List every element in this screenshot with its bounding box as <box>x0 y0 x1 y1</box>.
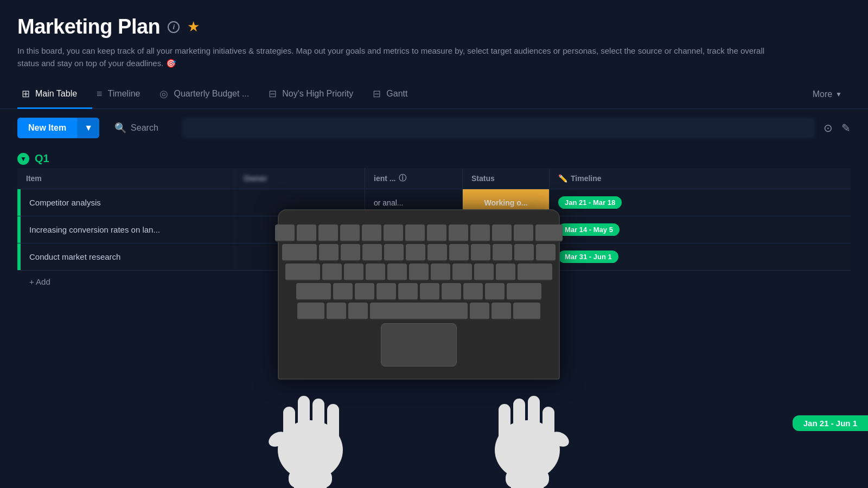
info-icon[interactable]: i <box>168 21 180 33</box>
header: Marketing Plan i ★ In this board, you ca… <box>0 0 868 69</box>
key <box>285 264 320 281</box>
key <box>452 264 472 281</box>
key <box>340 224 360 242</box>
key <box>384 244 404 261</box>
group-toggle[interactable]: ▼ <box>17 153 29 165</box>
key <box>297 224 316 242</box>
row-name: Increasing conversion rates on lan... <box>21 216 234 243</box>
tab-main-table[interactable]: ⊞ Main Table <box>17 80 92 109</box>
key <box>474 264 494 281</box>
svg-rect-15 <box>511 483 544 488</box>
key <box>362 224 381 242</box>
key <box>362 244 382 261</box>
key <box>366 264 385 281</box>
svg-rect-11 <box>513 399 525 455</box>
svg-rect-9 <box>542 407 554 455</box>
key <box>470 303 489 320</box>
key <box>492 303 511 320</box>
tab-more[interactable]: More ▼ <box>804 82 851 107</box>
key <box>518 264 552 281</box>
key <box>384 224 403 242</box>
key <box>449 224 468 242</box>
chevron-down-icon: ▼ <box>835 91 842 98</box>
tab-quarterly-label: Quarterly Budget ... <box>174 89 249 99</box>
page-description: In this board, you can keep track of all… <box>17 45 777 69</box>
key <box>535 224 563 242</box>
group-toggle-icon: ▼ <box>20 155 27 163</box>
key <box>405 224 425 242</box>
laptop-overlay <box>267 209 571 488</box>
tab-gantt[interactable]: ⊟ Gantt <box>368 80 423 109</box>
svg-rect-1 <box>283 407 295 455</box>
quarterly-icon: ◎ <box>159 88 168 100</box>
filter-icon[interactable]: ⊙ <box>824 121 833 134</box>
tab-noys-label: Noy's High Priority <box>282 89 353 99</box>
key <box>470 224 490 242</box>
new-item-label: New Item <box>17 118 77 138</box>
key <box>442 283 461 300</box>
tab-more-label: More <box>813 89 832 99</box>
star-icon[interactable]: ★ <box>187 18 200 35</box>
key <box>514 224 533 242</box>
key-space <box>370 303 468 320</box>
key <box>275 224 295 242</box>
search-icon: 🔍 <box>114 122 126 134</box>
key <box>507 283 541 300</box>
hands-container <box>267 369 571 488</box>
keyboard-row-4 <box>293 283 545 300</box>
timeline-badge: Jan 21 - Mar 18 <box>558 196 622 209</box>
page-container: Marketing Plan i ★ In this board, you ca… <box>0 0 868 488</box>
noys-icon: ⊟ <box>269 88 277 100</box>
key <box>387 264 407 281</box>
key <box>398 283 418 300</box>
new-item-dropdown-icon[interactable]: ▼ <box>77 118 99 138</box>
main-table-icon: ⊞ <box>22 88 30 100</box>
gantt-icon: ⊟ <box>373 88 381 100</box>
key <box>297 303 324 320</box>
key <box>327 303 346 320</box>
key <box>493 244 512 261</box>
tab-quarterly-budget[interactable]: ◎ Quarterly Budget ... <box>155 80 264 109</box>
key <box>427 244 447 261</box>
key <box>344 264 363 281</box>
tab-bar: ⊞ Main Table ≡ Timeline ◎ Quarterly Budg… <box>0 80 868 109</box>
laptop-body <box>278 209 560 380</box>
key <box>348 303 368 320</box>
search-button[interactable]: 🔍 Search <box>108 118 165 138</box>
key <box>427 224 446 242</box>
key <box>492 224 512 242</box>
tab-gantt-label: Gantt <box>386 89 407 99</box>
svg-rect-10 <box>528 396 540 455</box>
row-name: Competitor analysis <box>21 189 234 216</box>
key <box>449 244 469 261</box>
svg-rect-3 <box>312 399 324 455</box>
group-label: Q1 <box>35 152 49 165</box>
key <box>406 244 425 261</box>
key <box>333 283 353 300</box>
svg-rect-4 <box>327 404 339 453</box>
tab-timeline[interactable]: ≡ Timeline <box>92 81 155 109</box>
right-hand <box>484 369 571 488</box>
edit-icon[interactable]: ✎ <box>841 121 851 134</box>
new-item-button[interactable]: New Item ▼ <box>17 118 99 138</box>
toolbar: New Item ▼ 🔍 Search ⊙ ✎ <box>0 109 868 147</box>
tab-noys-high-priority[interactable]: ⊟ Noy's High Priority <box>264 80 368 109</box>
svg-rect-7 <box>294 483 327 488</box>
keyboard-row-1 <box>293 224 545 242</box>
toolbar-extra-options <box>182 118 815 138</box>
keyboard-row-2 <box>293 244 545 261</box>
tab-timeline-label: Timeline <box>108 89 141 99</box>
extra-timeline-badge: Jan 21 - Jun 1 <box>793 419 868 428</box>
key <box>318 224 338 242</box>
key <box>376 283 396 300</box>
page-title: Marketing Plan <box>17 15 160 38</box>
th-item-name: Item <box>17 169 234 188</box>
keyboard-row-5 <box>293 303 545 320</box>
th-owner: Owner <box>234 169 365 188</box>
svg-rect-12 <box>499 404 510 453</box>
key <box>536 244 556 261</box>
th-timeline: ✏️ Timeline <box>549 169 658 188</box>
key <box>513 303 540 320</box>
group-header: ▼ Q1 <box>17 147 851 168</box>
svg-rect-2 <box>298 396 310 455</box>
